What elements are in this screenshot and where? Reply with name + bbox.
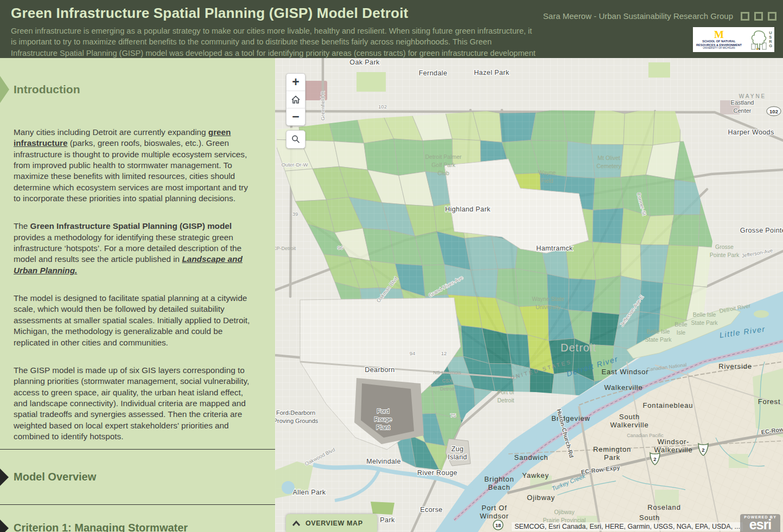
collapsed-section-arrow-icon bbox=[0, 520, 9, 532]
map-label: 75 bbox=[450, 412, 456, 418]
plus-icon: + bbox=[292, 76, 299, 88]
map-canvas[interactable]: Oak ParkFerndaleHazel ParkWAYNEEastlandC… bbox=[275, 58, 783, 532]
map-label: CP-Detroit bbox=[275, 246, 296, 251]
um-snre-logo: M SCHOOL OF NATURAL RESOURCES & ENVIRONM… bbox=[695, 29, 743, 50]
map-label: Windsor-Walkerville bbox=[654, 438, 692, 454]
introduction-body: Many cities including Detroit are curren… bbox=[0, 127, 275, 442]
active-section-arrow-icon bbox=[0, 76, 9, 103]
app-window: Green Infrastructure Spatial Planning (G… bbox=[0, 0, 783, 532]
map-label: Harper Woods bbox=[728, 129, 774, 136]
overview-map-label: OVERVIEW MAP bbox=[305, 520, 363, 527]
map-label: Sandwich bbox=[514, 453, 549, 462]
intro-paragraph: Many cities including Detroit are curren… bbox=[14, 127, 253, 204]
text-segment: Many cities including Detroit are curren… bbox=[14, 127, 208, 137]
map-label: South bbox=[639, 514, 660, 522]
tab-model-overview[interactable]: Model Overview bbox=[0, 449, 275, 504]
map-label: Park bbox=[380, 516, 395, 524]
map-label: Grosse Pointe bbox=[740, 227, 783, 234]
text-segment: (parks, green roofs, bioswales, etc.). G… bbox=[14, 138, 248, 203]
map-label: Port OfWindsor bbox=[480, 504, 508, 520]
map-label: East Windsor bbox=[602, 368, 649, 376]
map-label: Walkerville bbox=[604, 383, 642, 392]
search-button[interactable] bbox=[286, 130, 305, 149]
section-introduction: Introduction Many cities including Detro… bbox=[0, 76, 275, 449]
map-label: Highland Park bbox=[445, 206, 491, 213]
map-label: Dearborn bbox=[365, 366, 394, 374]
svg-text:2: 2 bbox=[702, 447, 704, 453]
usrg-letters: USRG bbox=[769, 31, 772, 48]
route-shield-icon: 18 bbox=[493, 520, 503, 530]
text-segment: The GISP model is made up of six GIS lay… bbox=[14, 366, 249, 441]
basemap-svg[interactable]: Oak ParkFerndaleHazel ParkWAYNEEastlandC… bbox=[275, 58, 783, 532]
esri-wordmark: esri bbox=[744, 519, 776, 530]
map-label: 94 bbox=[410, 350, 416, 356]
zoom-out-button[interactable]: − bbox=[287, 108, 305, 125]
sidebar: Introduction Many cities including Detro… bbox=[0, 58, 275, 532]
map-label: 39 bbox=[292, 211, 298, 217]
map-label: Roseland bbox=[647, 503, 680, 511]
map-label: Outer-Dr-W bbox=[281, 162, 308, 168]
map-label: Ecorse bbox=[420, 506, 442, 514]
section-label: Criterion 1: Managing Stormwater bbox=[14, 522, 188, 532]
page-title: Green Infrastructure Spatial Planning (G… bbox=[11, 5, 539, 22]
header-text-block: Green Infrastructure Spatial Planning (G… bbox=[0, 0, 539, 58]
um-block-m-icon: M bbox=[714, 29, 724, 40]
header-right: Sara Meerow - Urban Sustainability Resea… bbox=[539, 0, 783, 58]
map-label: Greenfield-R bbox=[320, 91, 326, 120]
share-icon-1[interactable] bbox=[741, 12, 749, 21]
route-shield-icon: 102 bbox=[767, 107, 781, 116]
map-label: Detroit bbox=[561, 342, 596, 354]
home-button[interactable] bbox=[287, 91, 305, 108]
logo-line1: SCHOOL OF NATURAL bbox=[695, 40, 743, 43]
text-segment: The bbox=[14, 221, 30, 230]
intro-paragraph: The model is designed to facilitate spat… bbox=[14, 293, 253, 348]
map-label: 102 bbox=[378, 104, 387, 110]
map-label: Forest Gla bbox=[758, 398, 783, 406]
account-name: Sara Meerow - Urban Sustainability Resea… bbox=[543, 11, 733, 21]
text-segment: The model is designed to facilitate spat… bbox=[14, 293, 250, 347]
section-title: Introduction bbox=[14, 83, 80, 96]
tab-introduction[interactable]: Introduction bbox=[0, 76, 275, 103]
university-logo: M SCHOOL OF NATURAL RESOURCES & ENVIRONM… bbox=[693, 27, 774, 52]
map-label: Melvindale bbox=[366, 458, 401, 465]
app-header: Green Infrastructure Spatial Planning (G… bbox=[0, 0, 783, 58]
collapsed-section-arrow-icon bbox=[0, 469, 9, 486]
map-label: Allen Park bbox=[293, 489, 326, 496]
intro-paragraph: The Green Infrastructure Spatial Plannin… bbox=[14, 221, 253, 276]
home-icon bbox=[291, 95, 301, 105]
map-label: Fontainebleau bbox=[643, 401, 693, 409]
map-label: Ferndale bbox=[419, 69, 448, 77]
map-label: Ojibway bbox=[527, 493, 555, 502]
usrg-tree-icon bbox=[749, 29, 768, 50]
share-icons bbox=[741, 12, 776, 21]
search-icon bbox=[291, 134, 301, 144]
text-segment: Green Infrastructure Spatial Planning (G… bbox=[30, 221, 232, 230]
map-label: BrightonBeach bbox=[485, 475, 514, 491]
esri-logo[interactable]: POWERED BY esri bbox=[740, 514, 780, 532]
map-label: Oak Park bbox=[349, 59, 380, 66]
share-icon-3[interactable] bbox=[768, 12, 776, 21]
logo-line3: UNIVERSITY OF MICHIGAN bbox=[695, 47, 743, 50]
map-label: River Rouge bbox=[417, 469, 457, 477]
share-icon-2[interactable] bbox=[754, 12, 763, 21]
map-attribution: SEMCOG, Esri Canada, Esri, HERE, Garmin,… bbox=[512, 522, 743, 531]
map-label: 96 bbox=[338, 245, 343, 251]
map-label: Riverside bbox=[718, 362, 752, 370]
zoom-control: + − bbox=[286, 73, 305, 126]
minus-icon: − bbox=[292, 111, 299, 123]
svg-text:102: 102 bbox=[769, 108, 778, 114]
svg-text:18: 18 bbox=[495, 522, 501, 528]
map-label: 12 bbox=[441, 350, 447, 356]
map-label: Yawkey bbox=[522, 471, 549, 479]
svg-text:2: 2 bbox=[653, 456, 656, 462]
map-label: Hazel Park bbox=[474, 69, 509, 76]
chevron-up-icon bbox=[292, 520, 301, 527]
zoom-in-button[interactable]: + bbox=[287, 74, 305, 91]
overview-map-button[interactable]: OVERVIEW MAP bbox=[286, 514, 377, 532]
map-label: WAYNE bbox=[739, 93, 767, 99]
intro-paragraph: The GISP model is made up of six GIS lay… bbox=[14, 365, 253, 442]
section-label: Model Overview bbox=[14, 471, 96, 483]
tab-criterion-1[interactable]: Criterion 1: Managing Stormwater bbox=[0, 504, 275, 532]
map-label: Hamtramck bbox=[536, 245, 573, 252]
